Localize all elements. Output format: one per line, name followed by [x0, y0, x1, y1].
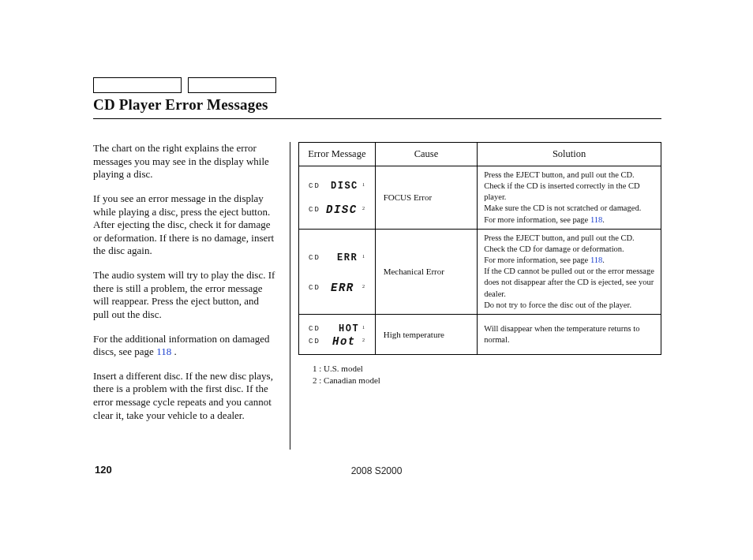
content-columns: The chart on the right explains the erro…	[93, 142, 661, 450]
svg-text:DISC: DISC	[331, 181, 358, 192]
svg-text:CD: CD	[309, 284, 320, 292]
header-box-2	[188, 77, 276, 93]
paragraph: The audio system will try to play the di…	[93, 269, 275, 322]
svg-text:2: 2	[362, 338, 365, 342]
svg-text:1: 1	[362, 325, 365, 330]
svg-text:Hot: Hot	[332, 335, 356, 346]
text: Make sure the CD is not scratched or dam…	[484, 203, 641, 212]
text: .	[171, 345, 177, 357]
header-boxes	[93, 77, 283, 93]
svg-text:ERR: ERR	[331, 282, 354, 294]
footnote: 1 : U.S. model	[313, 363, 661, 375]
page-link-118[interactable]: 118	[156, 345, 171, 357]
cell-cause: FOCUS Error	[375, 166, 477, 229]
svg-text:CD: CD	[309, 338, 320, 345]
table-row: CD HOT 1 CD Hot 2 High temperature Will …	[299, 314, 661, 354]
header-box-1	[93, 77, 182, 93]
page-link-118[interactable]: 118	[590, 256, 602, 264]
table-footnotes: 1 : U.S. model 2 : Canadian model	[313, 363, 661, 387]
cell-solution: Press the EJECT button, and pull out the…	[478, 166, 661, 229]
svg-text:ERR: ERR	[337, 252, 358, 263]
table-row: CD DISC 1 CD DISC 2 FOCUS Error Press th…	[299, 166, 661, 229]
body-text-column: The chart on the right explains the erro…	[93, 142, 288, 450]
text: For more information, see page	[484, 256, 590, 264]
table-header-row: Error Message Cause Solution	[299, 143, 661, 166]
page-link-118[interactable]: 118	[590, 215, 602, 224]
col-header-cause: Cause	[375, 143, 477, 166]
page-title: CD Player Error Messages	[93, 96, 661, 117]
svg-text:DISC: DISC	[326, 203, 358, 216]
cell-cause: High temperature	[375, 314, 477, 354]
cell-error-display-err: CD ERR 1 CD ERR 2	[299, 229, 376, 314]
footer-model-year: 2008 S2000	[0, 465, 753, 476]
text: .	[602, 256, 605, 264]
svg-text:CD: CD	[309, 206, 320, 214]
paragraph: For the additional information on damage…	[93, 333, 275, 359]
cell-error-display-hot: CD HOT 1 CD Hot 2	[299, 314, 376, 354]
lcd-display-hot: CD HOT 1 CD Hot 2	[307, 323, 367, 346]
cell-error-display-disc: CD DISC 1 CD DISC 2	[299, 166, 376, 229]
table-column: Error Message Cause Solution CD DISC 1 C…	[298, 142, 661, 450]
text: For the additional information on damage…	[93, 333, 269, 358]
col-header-solution: Solution	[478, 143, 661, 166]
cell-solution: Press the EJECT button, and pull out the…	[478, 229, 661, 314]
title-rule	[93, 118, 661, 119]
title-block: CD Player Error Messages	[93, 96, 661, 119]
svg-text:CD: CD	[309, 254, 320, 262]
text: .	[602, 215, 605, 224]
paragraph: Insert a different disc. If the new disc…	[93, 370, 275, 423]
text: Do not try to force the disc out of the …	[484, 301, 631, 309]
cell-solution: Will disappear when the temperature retu…	[478, 314, 661, 354]
manual-page: CD Player Error Messages The chart on th…	[0, 0, 753, 560]
svg-text:2: 2	[362, 284, 365, 289]
svg-text:2: 2	[362, 206, 365, 211]
lcd-display-disc: CD DISC 1 CD DISC 2	[307, 177, 367, 218]
text: Press the EJECT button, and pull out the…	[484, 233, 635, 253]
error-message-table: Error Message Cause Solution CD DISC 1 C…	[298, 142, 661, 355]
svg-text:CD: CD	[309, 182, 320, 190]
svg-text:1: 1	[362, 254, 365, 259]
svg-text:CD: CD	[309, 325, 320, 333]
column-divider	[290, 142, 290, 450]
lcd-display-err: CD ERR 1 CD ERR 2	[307, 244, 367, 299]
paragraph: If you see an error message in the displ…	[93, 192, 275, 258]
cell-cause: Mechanical Error	[375, 229, 477, 314]
text: If the CD cannot be pulled out or the er…	[484, 267, 654, 297]
svg-text:1: 1	[362, 182, 365, 187]
footnote: 2 : Canadian model	[313, 375, 661, 386]
paragraph: The chart on the right explains the erro…	[93, 142, 275, 181]
col-header-error-message: Error Message	[299, 143, 376, 166]
text: Press the EJECT button, and pull out the…	[484, 170, 639, 201]
text: For more information, see page	[484, 215, 590, 224]
svg-text:HOT: HOT	[339, 323, 359, 334]
table-row: CD ERR 1 CD ERR 2 Mechanical Error Press…	[299, 229, 661, 314]
